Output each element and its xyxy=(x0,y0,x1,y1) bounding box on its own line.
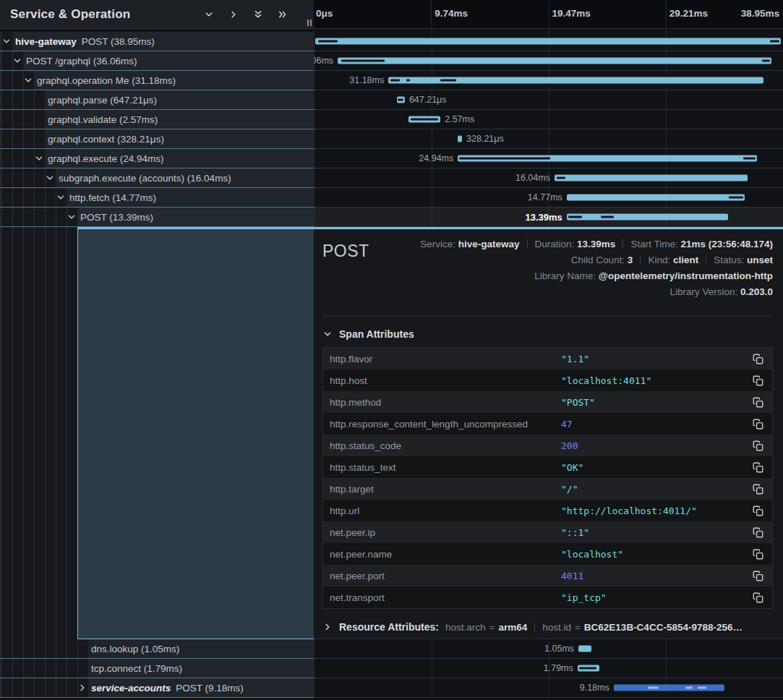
trace-row: service-accountsPOST (9.18ms)9.18ms xyxy=(0,678,783,698)
child-span-marker xyxy=(411,119,438,121)
span-name-cell[interactable]: graphql.execute (24.94ms) xyxy=(0,149,314,168)
span-name-cell[interactable]: graphql.context (328.21μs) xyxy=(0,129,314,149)
span-label: tcp.connect (1.79ms) xyxy=(88,659,182,678)
span-bar[interactable] xyxy=(315,38,781,45)
detail-meta-line-1: Service: hive-gatewayDuration: 13.39msSt… xyxy=(420,236,773,252)
timeline-tick-label: 19.47ms xyxy=(552,8,591,19)
span-bar[interactable] xyxy=(614,685,724,691)
span-bar[interactable] xyxy=(338,58,771,64)
span-timeline-lane: 328.21μs xyxy=(314,129,783,149)
indent-guides xyxy=(0,639,88,658)
span-rows-bottom: dns.lookup (1.05ms)1.05mstcp.connect (1.… xyxy=(0,639,783,698)
span-name-cell[interactable]: POST /graphql (36.06ms) xyxy=(0,51,314,71)
gridline xyxy=(666,0,667,28)
span-name-cell[interactable]: graphql.parse (647.21μs) xyxy=(0,90,314,110)
copy-value-button[interactable] xyxy=(751,526,765,539)
child-span-marker xyxy=(685,687,693,689)
attribute-row: http.status_code200 xyxy=(323,435,772,456)
span-bar[interactable] xyxy=(458,136,462,142)
divider xyxy=(534,623,535,631)
span-name-cell[interactable]: service-accountsPOST (9.18ms) xyxy=(0,678,314,698)
span-name-cell[interactable]: graphql.operation Me (31.18ms) xyxy=(0,71,314,90)
span-name-cell[interactable]: POST (13.39ms) xyxy=(0,208,314,227)
trace-row: tcp.connect (1.79ms)1.79ms xyxy=(0,659,783,678)
attribute-value: 4011 xyxy=(561,571,751,581)
span-label: dns.lookup (1.05ms) xyxy=(88,639,179,658)
collapse-all-icon[interactable] xyxy=(253,9,263,20)
span-label: POST (13.39ms) xyxy=(77,208,153,226)
span-attributes-header[interactable]: Span Attributes xyxy=(322,328,773,340)
indent-guides xyxy=(0,90,45,109)
expand-all-icon[interactable] xyxy=(278,9,288,20)
chevron-down-icon[interactable] xyxy=(23,71,33,90)
span-attributes-table: http.flavor"1.1"http.host"localhost:4011… xyxy=(322,347,773,609)
chevron-down-icon[interactable] xyxy=(67,208,77,226)
attribute-key: net.transport xyxy=(330,592,561,603)
span-bar[interactable] xyxy=(555,175,748,182)
span-label: service-accountsPOST (9.18ms) xyxy=(88,678,244,697)
span-name-cell[interactable]: http.fetch (14.77ms) xyxy=(0,188,314,208)
child-span-marker xyxy=(390,80,401,82)
span-timeline-lane: 2.57ms xyxy=(314,110,783,129)
expand-one-icon[interactable] xyxy=(228,9,239,20)
span-name-cell[interactable]: dns.lookup (1.05ms) xyxy=(0,639,314,659)
span-label: graphql.validate (2.57ms) xyxy=(45,110,158,129)
indent-guides xyxy=(0,149,45,168)
detail-start-time: 21ms (23:56:48.174) xyxy=(680,239,773,249)
resource-attributes-row[interactable]: Resource Attributes: host.arch=arm64host… xyxy=(322,621,773,633)
copy-value-button[interactable] xyxy=(751,569,765,583)
copy-value-button[interactable] xyxy=(751,461,765,474)
trace-row: graphql.context (328.21μs)328.21μs xyxy=(0,129,783,149)
column-resize-handle[interactable] xyxy=(307,20,312,26)
attribute-key: http.host xyxy=(330,375,561,386)
span-name-cell[interactable]: hive-gatewayPOST (38.95ms) xyxy=(0,32,314,51)
attribute-row: net.peer.ip"::1" xyxy=(323,521,772,543)
resource-attributes-preview: host.arch=arm64host.id=BC62E13B-C4CC-585… xyxy=(445,622,743,633)
span-duration-label: 2.57ms xyxy=(445,114,474,124)
copy-value-button[interactable] xyxy=(751,439,765,453)
copy-value-button[interactable] xyxy=(751,591,765,605)
attribute-value: "ip_tcp" xyxy=(561,592,751,603)
span-duration-label: 24.94ms xyxy=(419,153,453,163)
indent-guides xyxy=(0,188,67,207)
chevron-down-icon[interactable] xyxy=(56,188,66,207)
span-timeline-lane: 13.39ms xyxy=(314,208,783,227)
trace-row: http.fetch (14.77ms)14.77ms xyxy=(0,188,783,208)
chevron-down-icon[interactable] xyxy=(45,168,55,187)
span-bar[interactable] xyxy=(567,195,745,201)
copy-value-button[interactable] xyxy=(751,482,765,496)
trace-row: dns.lookup (1.05ms)1.05ms xyxy=(0,639,783,659)
chevron-right-icon[interactable] xyxy=(77,678,87,697)
collapse-one-icon[interactable] xyxy=(204,9,214,20)
span-name-cell[interactable]: subgraph.execute (accounts) (16.04ms) xyxy=(0,168,314,188)
copy-value-button[interactable] xyxy=(751,374,765,388)
attribute-value: 47 xyxy=(561,419,751,430)
tree-header: Service & Operation xyxy=(0,0,314,29)
trace-row: graphql.validate (2.57ms)2.57ms xyxy=(0,110,783,129)
attribute-value: "OK" xyxy=(561,462,751,473)
attribute-key: net.peer.port xyxy=(330,571,561,581)
detail-meta-line-2: Child Count: 3Kind: clientStatus: unset xyxy=(420,252,773,268)
detail-meta-line-3: Library Name: @opentelemetry/instrumenta… xyxy=(420,268,773,284)
chevron-down-icon[interactable] xyxy=(34,149,44,168)
copy-value-button[interactable] xyxy=(751,547,765,561)
copy-value-button[interactable] xyxy=(751,396,765,409)
span-bar[interactable] xyxy=(578,646,591,652)
copy-value-button[interactable] xyxy=(751,504,765,518)
detail-library-version: 0.203.0 xyxy=(740,286,773,297)
trace-row: subgraph.execute (accounts) (16.04ms)16.… xyxy=(0,168,783,188)
timeline-tick-label: 9.74ms xyxy=(435,8,468,19)
chevron-down-icon[interactable] xyxy=(1,32,12,51)
copy-value-button[interactable] xyxy=(751,417,765,431)
span-label: graphql.operation Me (31.18ms) xyxy=(34,71,176,90)
span-bar[interactable] xyxy=(567,214,728,221)
trace-row: POST /graphql (36.06ms)36.06ms xyxy=(0,51,783,71)
span-name-cell[interactable]: graphql.validate (2.57ms) xyxy=(0,110,314,129)
indent-guides xyxy=(0,208,77,226)
attribute-key: http.status_text xyxy=(330,462,561,473)
copy-value-button[interactable] xyxy=(751,352,765,366)
tree-controls xyxy=(204,9,288,20)
span-name-cell[interactable]: tcp.connect (1.79ms) xyxy=(0,659,314,678)
trace-row: graphql.parse (647.21μs)647.21μs xyxy=(0,90,783,110)
chevron-down-icon[interactable] xyxy=(12,51,22,70)
